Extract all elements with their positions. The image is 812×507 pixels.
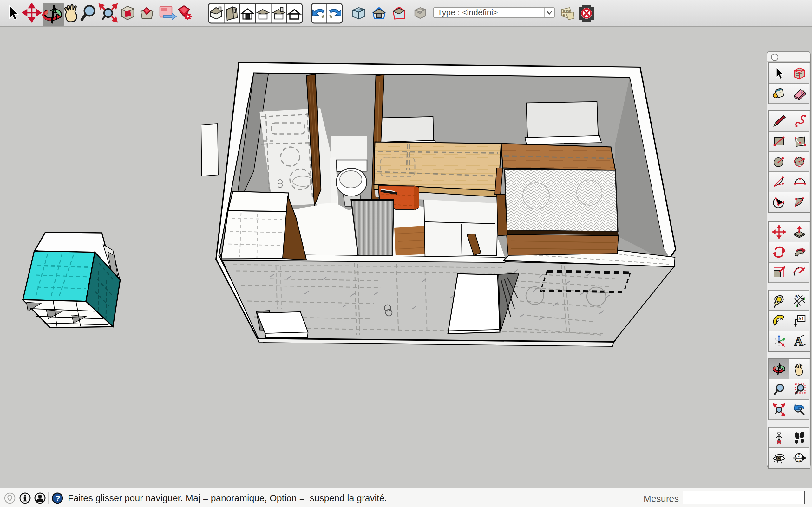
svg-text:A-B: A-B — [797, 459, 801, 462]
svg-text:Type : <indéfini>: Type : <indéfini> — [438, 8, 498, 17]
svg-text:XYZ: XYZ — [563, 9, 571, 14]
svg-text:A: A — [794, 335, 803, 348]
svg-text:A1: A1 — [798, 317, 804, 322]
svg-text:?: ? — [55, 494, 60, 503]
svg-text:C: C — [798, 454, 800, 458]
